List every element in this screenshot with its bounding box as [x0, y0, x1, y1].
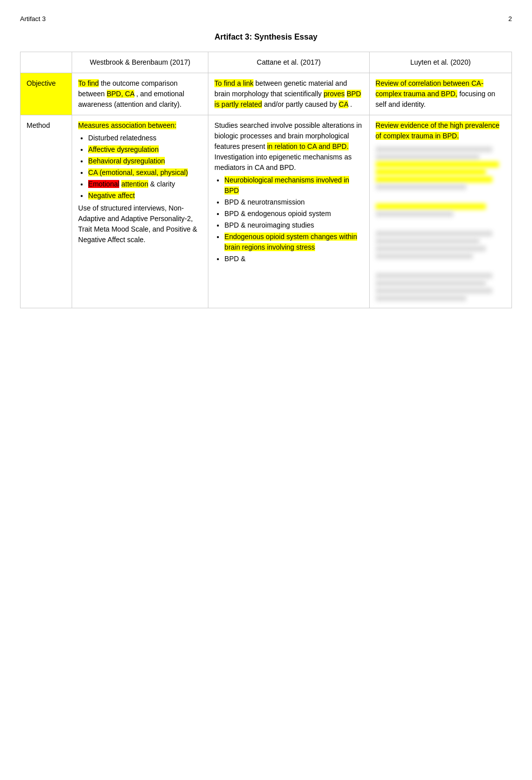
objective-luyten: Review of correlation between CA-complex… [369, 73, 511, 115]
cattane-item-endogenous: Endogenous opioid system changes within … [224, 232, 363, 253]
blurred-line-10 [376, 238, 480, 244]
synthesis-table: Westbrook & Berenbaum (2017) Cattane et … [20, 52, 512, 308]
method-row: Method Measures association between: Dis… [21, 115, 512, 308]
method-label: Method [21, 115, 72, 308]
cattane-item-bpd-neuro: BPD & neurotransmission [224, 197, 363, 208]
to-find-link-highlight: To find a link [214, 79, 253, 87]
blurred-line-11 [376, 246, 486, 252]
blurred-line-5 [376, 176, 492, 182]
cattane-item-bpd-neuro2: BPD & neuroimaging studies [224, 220, 363, 231]
cattane-obj-text3: and/or partly caused by [264, 100, 339, 108]
method-westbrook-list: Disturbed relatedness Affective dysregul… [78, 133, 202, 201]
ca-highlight: CA [339, 100, 348, 108]
westbrook-method-footer: Use of structured interviews, Non-Adapti… [78, 204, 197, 244]
page-header: Artifact 3 2 [20, 15, 512, 23]
col-header-cattane: Cattane et al. (2017) [208, 52, 369, 73]
blurred-line-13 [376, 273, 492, 279]
blurred-line-2 [376, 154, 480, 160]
list-item-emotional: Emotional attention & clarity [88, 179, 202, 189]
list-item-affective: Affective dysregulation [88, 144, 202, 155]
objective-westbrook: To find the outcome comparison between B… [72, 73, 208, 115]
objective-cattane: To find a link between genetic material … [208, 73, 369, 115]
objective-label: Objective [21, 73, 72, 115]
blurred-line-12 [376, 253, 473, 259]
list-item-negative: Negative affect [88, 190, 202, 201]
list-item-ca: CA (emotional, sexual, physical) [88, 167, 202, 178]
blurred-line-15 [376, 288, 492, 294]
blurred-line-3 [376, 161, 499, 167]
proves-highlight: proves [324, 90, 345, 98]
objective-row: Objective To find the outcome comparison… [21, 73, 512, 115]
blurred-line-1 [376, 146, 492, 152]
bpd-highlight-luyten: BPD, [441, 90, 457, 98]
bpd-ca-highlight: BPD, CA [107, 90, 134, 98]
cattane-item-neuro: Neurobiological mechanisms involved in B… [224, 175, 363, 196]
page-number: 2 [508, 15, 512, 23]
luyten-blurred-content [376, 146, 505, 301]
cattane-item-bpd-opioid: BPD & endogenous opioid system [224, 209, 363, 219]
artifact-label: Artifact 3 [20, 15, 46, 23]
list-item-behavioral: Behavioral dysregulation [88, 156, 202, 166]
list-item-disturbed: Disturbed relatedness [88, 133, 202, 143]
blurred-line-7 [376, 204, 486, 210]
method-westbrook: Measures association between: Disturbed … [72, 115, 208, 308]
blurred-line-16 [376, 295, 467, 301]
to-find-highlight: To find [78, 79, 99, 87]
blurred-line-9 [376, 231, 492, 237]
blurred-line-14 [376, 280, 486, 286]
cattane-method-list: Neurobiological mechanisms involved in B… [214, 175, 363, 264]
blurred-line-6 [376, 184, 467, 190]
blurred-line-8 [376, 211, 454, 217]
cattane-method-text2: Investigation into epigenetic mechanisms… [214, 153, 352, 171]
method-cattane: Studies searched involve possible altera… [208, 115, 369, 308]
measures-association-highlight: Measures association between: [78, 121, 176, 129]
col-header-westbrook: Westbrook & Berenbaum (2017) [72, 52, 208, 73]
in-relation-highlight: in relation to CA and BPD. [267, 142, 349, 150]
review-evidence-highlight: Review evidence of the high prevalence o… [376, 121, 500, 140]
main-title: Artifact 3: Synthesis Essay [20, 33, 512, 42]
cattane-item-bpd-last: BPD & [224, 254, 363, 264]
cattane-obj-text4: . [350, 100, 352, 108]
col-header-luyten: Luyten et al. (2020) [369, 52, 511, 73]
method-luyten: Review evidence of the high prevalence o… [369, 115, 511, 308]
blurred-line-4 [376, 169, 486, 175]
col-header-empty [21, 52, 72, 73]
